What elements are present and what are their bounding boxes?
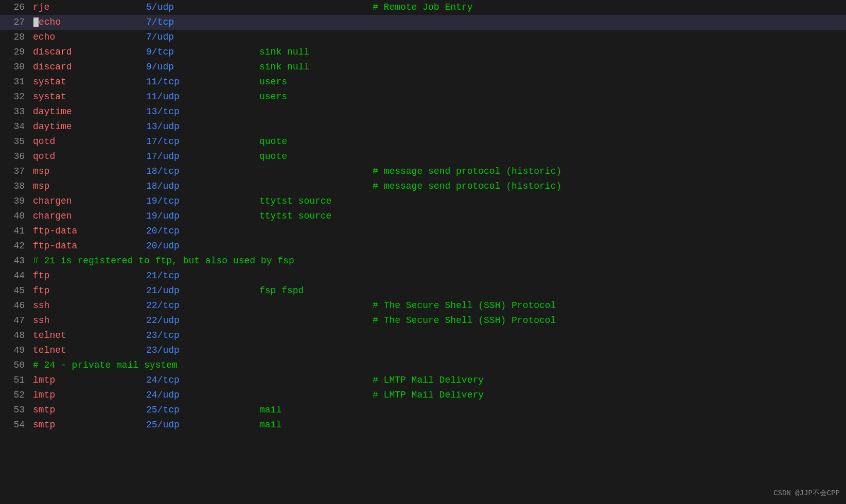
line-number: 49 — [4, 343, 25, 358]
line-number: 53 — [4, 403, 25, 418]
alias: quote — [259, 149, 373, 164]
alias-pad — [259, 373, 373, 388]
service-name: telnet — [33, 328, 146, 343]
line-number: 44 — [4, 268, 25, 283]
service-name: ftp-data — [33, 224, 146, 239]
code-line: 50# 24 - private mail system — [0, 358, 846, 373]
code-line: 48telnet23/tcp — [0, 328, 846, 343]
line-number: 45 — [4, 283, 25, 298]
line-number: 38 — [4, 179, 25, 194]
full-comment-line: # 21 is registered to ftp, but also used… — [33, 254, 294, 268]
line-number: 27 — [4, 15, 25, 30]
code-line: 46ssh22/tcp # The Secure Shell (SSH) Pro… — [0, 298, 846, 313]
service-name: echo — [33, 30, 146, 45]
port-protocol: 5/udp — [146, 0, 259, 15]
line-number: 31 — [4, 75, 25, 89]
line-number: 32 — [4, 89, 25, 104]
port-protocol: 22/tcp — [146, 298, 259, 313]
watermark: CSDN @JJP不会CPP — [773, 489, 840, 498]
line-number: 34 — [4, 119, 25, 134]
code-line: 49telnet23/udp — [0, 343, 846, 358]
service-name: rje — [33, 0, 146, 15]
port-protocol: 24/tcp — [146, 373, 259, 388]
service-name: ftp — [33, 268, 146, 283]
inline-comment: # message send protocol (historic) — [373, 179, 561, 194]
line-number: 36 — [4, 149, 25, 164]
inline-comment: # Remote Job Entry — [373, 0, 472, 15]
port-protocol: 22/udp — [146, 313, 259, 328]
line-number: 46 — [4, 298, 25, 313]
code-line: 37msp18/tcp # message send protocol (his… — [0, 164, 846, 179]
line-number: 50 — [4, 358, 25, 373]
code-line: 52lmtp24/udp # LMTP Mail Delivery — [0, 388, 846, 403]
inline-comment: # message send protocol (historic) — [373, 164, 561, 179]
service-name: discard — [33, 60, 146, 75]
service-name: echo — [33, 15, 146, 30]
service-name: lmtp — [33, 388, 146, 403]
port-protocol: 13/udp — [146, 119, 259, 134]
service-name: ftp — [33, 283, 146, 298]
code-line: 29discard9/tcpsink null — [0, 45, 846, 60]
line-number: 52 — [4, 388, 25, 403]
port-protocol: 24/udp — [146, 388, 259, 403]
inline-comment: # The Secure Shell (SSH) Protocol — [373, 313, 556, 328]
service-name: ssh — [33, 313, 146, 328]
alias-pad — [259, 164, 373, 179]
service-name: lmtp — [33, 373, 146, 388]
line-number: 29 — [4, 45, 25, 60]
code-line: 44ftp21/tcp — [0, 268, 846, 283]
code-line: 47ssh22/udp # The Secure Shell (SSH) Pro… — [0, 313, 846, 328]
code-line: 31systat11/tcpusers — [0, 75, 846, 89]
service-name: smtp — [33, 403, 146, 418]
alias: sink null — [259, 60, 373, 75]
alias-pad — [259, 179, 373, 194]
alias-pad — [259, 0, 373, 15]
port-protocol: 21/udp — [146, 283, 259, 298]
port-protocol: 9/udp — [146, 60, 259, 75]
line-number: 41 — [4, 224, 25, 239]
port-protocol: 23/tcp — [146, 328, 259, 343]
port-protocol: 19/udp — [146, 209, 259, 224]
code-line: 33daytime13/tcp — [0, 104, 846, 119]
code-line: 51lmtp24/tcp # LMTP Mail Delivery — [0, 373, 846, 388]
inline-comment: # The Secure Shell (SSH) Protocol — [373, 298, 556, 313]
code-line: 38msp18/udp # message send protocol (his… — [0, 179, 846, 194]
line-number: 51 — [4, 373, 25, 388]
line-number: 54 — [4, 418, 25, 433]
inline-comment: # LMTP Mail Delivery — [373, 388, 484, 403]
alias: fsp fspd — [259, 283, 373, 298]
line-number: 43 — [4, 254, 25, 268]
port-protocol: 21/tcp — [146, 268, 259, 283]
code-editor: 26rje5/udp # Remote Job Entry27echo7/tcp… — [0, 0, 846, 433]
service-name: systat — [33, 89, 146, 104]
port-protocol: 11/udp — [146, 89, 259, 104]
alias: users — [259, 89, 373, 104]
port-protocol: 18/tcp — [146, 164, 259, 179]
code-line: 36qotd17/udpquote — [0, 149, 846, 164]
alias-pad — [259, 298, 373, 313]
port-protocol: 25/tcp — [146, 403, 259, 418]
port-protocol: 20/tcp — [146, 224, 259, 239]
line-number: 37 — [4, 164, 25, 179]
line-number: 26 — [4, 0, 25, 15]
line-number: 30 — [4, 60, 25, 75]
code-line: 26rje5/udp # Remote Job Entry — [0, 0, 846, 15]
code-line: 54smtp25/udpmail — [0, 418, 846, 433]
code-line: 30discard9/udpsink null — [0, 60, 846, 75]
alias: users — [259, 75, 373, 89]
line-number: 35 — [4, 134, 25, 149]
inline-comment: # LMTP Mail Delivery — [373, 373, 484, 388]
port-protocol: 20/udp — [146, 239, 259, 254]
code-line: 28echo7/udp — [0, 30, 846, 45]
service-name: msp — [33, 164, 146, 179]
port-protocol: 19/tcp — [146, 194, 259, 209]
service-name: chargen — [33, 194, 146, 209]
port-protocol: 7/udp — [146, 30, 259, 45]
code-line: 45ftp21/udpfsp fspd — [0, 283, 846, 298]
port-protocol: 18/udp — [146, 179, 259, 194]
service-name: daytime — [33, 104, 146, 119]
port-protocol: 17/tcp — [146, 134, 259, 149]
text-cursor — [33, 17, 39, 27]
service-name: telnet — [33, 343, 146, 358]
alias: quote — [259, 134, 373, 149]
